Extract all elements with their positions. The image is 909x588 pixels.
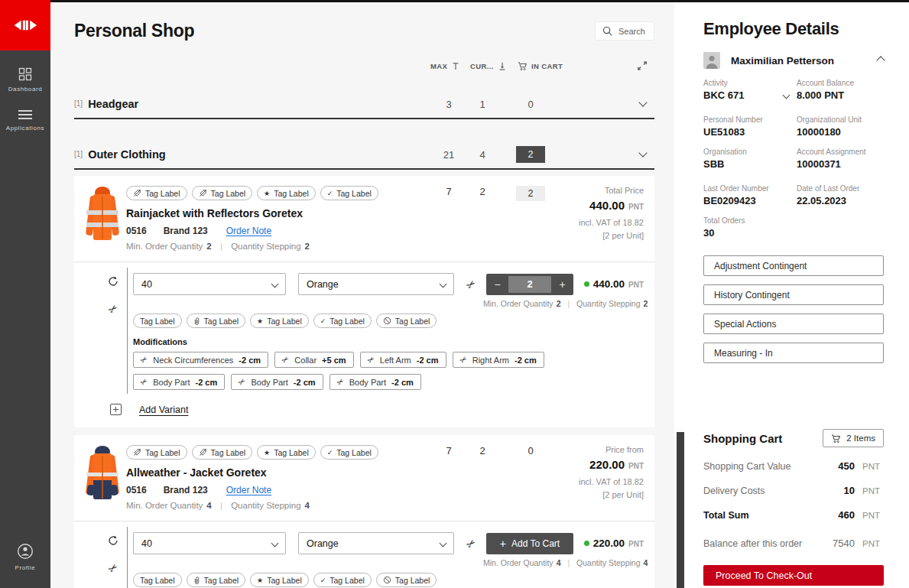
tag-pill[interactable]: Tag Label [192,445,253,460]
category-in-cart: 0 [511,98,550,109]
variant-rail [127,527,128,588]
tag-pill[interactable]: Tag Label [133,313,182,328]
app-window: Dashboard Applications Profile Personal … [0,0,909,588]
scissors-icon[interactable]: ✂ [463,535,479,551]
tag-pill[interactable]: ✓Tag Label [320,445,378,460]
tag-pill[interactable]: Tag Label [376,573,437,587]
add-to-cart-button[interactable]: + Add To Cart [486,533,573,554]
shopping-cart-title: Shopping Cart [703,432,782,445]
product-max: 7 [430,445,468,456]
modification-chip[interactable]: ✂Collar+5 cm [274,352,353,368]
cart-row-balance: Balance after this order 7540 PNT [703,538,884,549]
sidebar-item-profile[interactable]: Profile [0,543,50,571]
currency: PNT [628,540,644,548]
proceed-to-checkout-button[interactable]: Proceed To Check-Out [703,565,884,586]
sidebar-item-dashboard[interactable]: Dashboard [0,67,50,93]
field-activity[interactable]: Activity BKC 671 [703,79,797,101]
column-header-in-cart[interactable]: IN CART [518,61,563,71]
modification-chip[interactable]: ✂Neck Circumferences-2 cm [133,352,268,368]
employee-fields: Activity BKC 671 Account Balance 8.000 P… [703,79,884,239]
reset-icon[interactable] [107,275,119,288]
modification-chip[interactable]: ✂Body Part-2 cm [133,374,225,390]
size-select[interactable]: 40 [133,273,286,295]
decrease-button[interactable]: − [486,278,508,291]
field-total-orders: Total Orders 30 [703,216,797,239]
quantity-stepper[interactable]: − 2 + [486,274,573,295]
chevron-down-icon[interactable] [638,148,647,157]
scissors-icon[interactable]: ✂ [106,561,120,575]
modification-chip[interactable]: ✂Left Arm-2 cm [360,352,446,368]
color-select[interactable]: Orange [298,273,454,295]
size-select[interactable]: 40 [133,532,286,554]
category-row-headgear[interactable]: [1] Headgear 3 1 0 [74,89,654,119]
tag-pill[interactable]: Tag Label [187,573,246,587]
tag-pill[interactable]: ★Tag Label [257,186,316,200]
expand-icon [637,60,648,71]
divider: | [567,299,570,308]
tag-pill[interactable]: ✓Tag Label [313,573,372,587]
avatar [703,52,720,69]
sbb-logo[interactable] [0,0,50,50]
plus-box-icon[interactable] [110,404,122,415]
tag-pill[interactable]: Tag Label [187,313,246,328]
prohibited-icon [383,576,391,584]
sidebar: Dashboard Applications Profile [0,0,50,588]
top-border [50,0,909,2]
column-header-current[interactable]: CUR... [470,61,507,71]
modification-chip[interactable]: ✂Body Part-2 cm [231,374,323,390]
product-info: Tag Label Tag Label ★Tag Label ✓Tag Labe… [126,186,644,251]
variant-price: 440.00PNT [593,278,644,290]
search-button[interactable]: Search [595,21,654,41]
category-current: 1 [463,98,502,109]
measuring-in-button[interactable]: Measuring - In [703,343,884,363]
field-account-assignment: Account Assignment 10000371 [797,148,884,170]
adjustment-contingent-button[interactable]: Adjustment Contingent [703,255,884,276]
add-variant-link[interactable]: Add Variant [139,404,188,415]
unit-note: [2 per Unit] [579,231,644,240]
tag-pill[interactable]: ✓Tag Label [313,313,372,328]
chevron-up-icon[interactable] [876,56,885,64]
tag-pill[interactable]: Tag Label [133,573,182,587]
history-contingent-button[interactable]: History Contingent [703,284,884,305]
product-max: 7 [430,186,468,197]
category-row-outer-clothing[interactable]: [1] Outer Clothing 21 4 2 [74,140,654,170]
special-actions-button[interactable]: Special Actions [703,313,884,334]
quantity-value: 2 [508,276,551,293]
column-header-max[interactable]: MAX [430,61,460,71]
sidebar-item-label: Dashboard [8,86,43,93]
vat-note: incl. VAT of 18.82 [579,477,644,486]
sidebar-item-applications[interactable]: Applications [0,109,50,132]
check-icon: ✓ [320,317,326,325]
scissors-icon[interactable]: ✂ [106,302,120,316]
chevron-down-icon [783,92,791,99]
tag-pill[interactable]: ★Tag Label [250,573,309,587]
cart-items-button[interactable]: 2 Items [823,429,884,447]
tag-pill[interactable]: ✓Tag Label [320,186,378,200]
order-note-link[interactable]: Order Note [226,485,271,495]
increase-button[interactable]: + [551,278,573,291]
product-image [85,445,120,502]
plus-icon: + [500,538,506,549]
price-label: Total Price [579,186,644,195]
chevron-down-icon[interactable] [638,98,647,106]
sbb-double-arrow-icon [11,18,39,32]
star-icon: ★ [264,190,270,197]
tag-pill[interactable]: Tag Label [192,186,253,200]
color-select[interactable]: Orange [298,532,454,554]
scissors-icon[interactable]: ✂ [463,276,479,292]
reset-icon[interactable] [107,534,119,547]
tag-pill[interactable]: ★Tag Label [257,445,316,460]
modification-chip[interactable]: ✂Right Arm-2 cm [453,352,544,368]
field-account-balance: Account Balance 8.000 PNT [797,79,884,101]
tag-pill[interactable]: Tag Label [376,313,437,328]
variant-side-actions: ✂ [105,534,122,573]
tag-pill[interactable]: Tag Label [126,445,187,460]
tag-pill[interactable]: Tag Label [126,186,187,200]
expand-all-button[interactable] [637,60,648,71]
order-note-link[interactable]: Order Note [226,226,271,236]
tag-pill[interactable]: ★Tag Label [250,313,309,328]
field-organizational-unit: Organizational Unit 10000180 [797,115,884,138]
sidebar-item-label: Applications [6,125,44,132]
modification-chip[interactable]: ✂Body Part-2 cm [330,374,421,390]
chevron-down-icon [271,540,279,547]
